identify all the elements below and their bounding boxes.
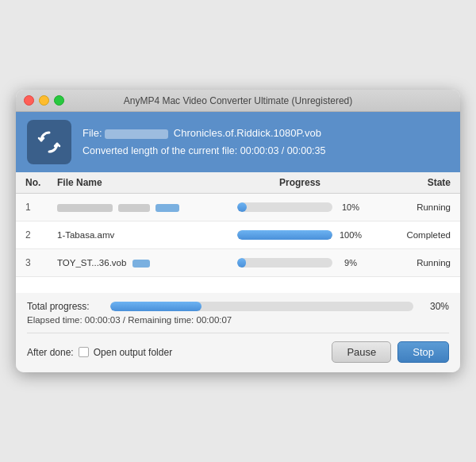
name-blur-3	[155, 204, 179, 212]
close-button[interactable]	[24, 95, 34, 106]
col-progress-header: Progress	[221, 177, 379, 188]
progress-bar-bg	[237, 230, 332, 240]
spacer	[16, 277, 460, 293]
file-table: No. File Name Progress State 1 10% Runni…	[16, 172, 460, 277]
progress-pct: 9%	[339, 258, 363, 268]
name-blur-2	[118, 204, 150, 212]
converted-label: Converted length of the current file: 00…	[83, 142, 325, 160]
action-buttons: Pause Stop	[332, 341, 449, 363]
total-progress-bar-bg	[110, 302, 413, 311]
file-name-blur	[105, 129, 168, 139]
name-bar	[132, 260, 150, 268]
row-progress: 9%	[221, 258, 379, 268]
row-progress: 10%	[221, 202, 379, 212]
progress-bar-bg	[237, 258, 332, 268]
table-row: 3 TOY_ST...36.vob 9% Running	[16, 249, 460, 277]
window-title: AnyMP4 Mac Video Converter Ultimate (Unr…	[124, 95, 353, 106]
after-done-row: After done: Open output folder Pause Sto…	[27, 333, 449, 372]
row-state: Running	[379, 258, 451, 268]
row-name	[57, 202, 221, 212]
total-progress-label: Total progress:	[27, 301, 102, 312]
bottom-area: Total progress: 30% Elapsed time: 00:00:…	[16, 293, 460, 372]
minimize-button[interactable]	[39, 95, 49, 106]
open-folder-checkbox[interactable]	[79, 347, 89, 357]
after-done-left: After done: Open output folder	[27, 347, 172, 358]
pause-button[interactable]: Pause	[332, 341, 391, 363]
title-bar: AnyMP4 Mac Video Converter Ultimate (Unr…	[16, 90, 460, 112]
convert-icon	[27, 120, 71, 164]
header-bar: File: Chronicles.of.Riddick.1080P.vob Co…	[16, 112, 460, 172]
progress-bar-fill	[237, 258, 246, 268]
main-window: AnyMP4 Mac Video Converter Ultimate (Unr…	[16, 90, 460, 372]
stop-button[interactable]: Stop	[397, 341, 449, 363]
row-no: 2	[25, 229, 57, 241]
header-info: File: Chronicles.of.Riddick.1080P.vob Co…	[83, 124, 325, 160]
checkbox-label: Open output folder	[94, 347, 172, 358]
elapsed-row: Elapsed time: 00:00:03 / Remaining time:…	[27, 315, 449, 325]
row-name: TOY_ST...36.vob	[57, 258, 221, 268]
col-name-header: File Name	[57, 177, 221, 188]
row-no: 3	[25, 257, 57, 268]
maximize-button[interactable]	[54, 95, 64, 106]
file-label: File:	[83, 127, 102, 139]
row-name-text: TOY_ST...36.vob	[57, 258, 126, 268]
after-done-label: After done:	[27, 347, 74, 358]
progress-bar-fill	[237, 202, 247, 212]
total-progress-bar-fill	[110, 302, 202, 311]
row-state: Completed	[379, 230, 451, 240]
file-line: File: Chronicles.of.Riddick.1080P.vob	[83, 124, 325, 142]
table-row: 1 10% Running	[16, 194, 460, 221]
table-row: 2 1-Tabasa.amv 100% Completed	[16, 221, 460, 249]
progress-bar-fill	[237, 230, 332, 240]
name-blur	[57, 204, 113, 212]
file-name: Chronicles.of.Riddick.1080P.vob	[174, 127, 321, 139]
total-pct: 30%	[421, 301, 449, 312]
row-no: 1	[25, 202, 57, 213]
row-progress: 100%	[221, 230, 379, 240]
progress-bar-bg	[237, 202, 332, 212]
sync-icon	[34, 127, 64, 157]
row-name: 1-Tabasa.amv	[57, 230, 221, 240]
col-state-header: State	[379, 177, 451, 188]
row-state: Running	[379, 202, 451, 212]
table-header: No. File Name Progress State	[16, 172, 460, 194]
progress-pct: 10%	[339, 202, 363, 212]
traffic-lights	[24, 95, 64, 106]
col-no-header: No.	[25, 177, 57, 188]
progress-pct: 100%	[339, 230, 363, 240]
total-progress-row: Total progress: 30%	[27, 301, 449, 312]
